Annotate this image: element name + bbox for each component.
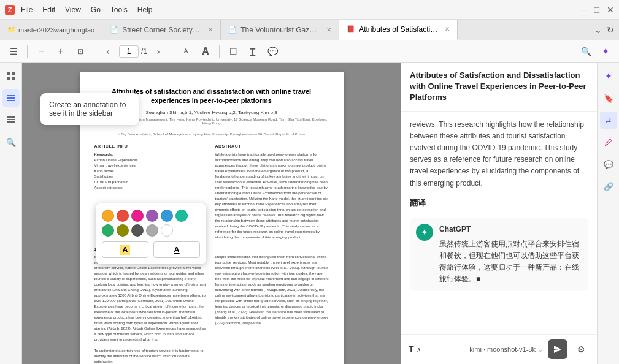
text-underline-opt[interactable]: A	[153, 241, 200, 258]
color-swatch-white[interactable]	[161, 224, 173, 237]
color-swatch-orange[interactable]	[102, 210, 114, 222]
menu-view[interactable]: View	[65, 6, 81, 14]
chatgpt-text: ChatGPT 虽然传统上游客使用点对点平台来安排住宿和餐饮，但现在他们也可以借…	[439, 224, 582, 285]
color-swatch-red[interactable]	[117, 210, 129, 222]
intro-text-left: In April 2020, Airbnb launched a new ser…	[94, 254, 208, 364]
pdf-right-col: ABSTRACT While tourists have traditional…	[215, 143, 329, 241]
list-view-btn[interactable]	[2, 112, 20, 129]
tab-list-button[interactable]: ⌄	[594, 25, 602, 35]
tabbar-controls: ⌄ ↻	[590, 20, 619, 40]
svg-rect-10	[7, 124, 15, 124]
intro-left-col: In April 2020, Airbnb launched a new ser…	[94, 254, 208, 364]
doc-area[interactable]: Create an annotation to see it in the si…	[22, 63, 401, 364]
tab-voluntourist[interactable]: 📄 The Voluntourist Gaze: Fra… ✕	[221, 20, 339, 40]
highlight-tool-btn[interactable]: 🖊	[600, 134, 617, 151]
comment-panel-btn[interactable]: 💬	[600, 156, 617, 173]
zoom-in-btn[interactable]: +	[52, 43, 69, 60]
nav-prev-btn[interactable]: ‹	[99, 43, 117, 60]
svg-rect-5	[7, 97, 15, 99]
color-swatch-purple[interactable]	[146, 210, 158, 222]
model-selector[interactable]: kimi · moonshot-v1-8k ⌄	[469, 346, 543, 354]
page-input[interactable]	[119, 45, 139, 58]
search-btn[interactable]: 🔍	[577, 43, 594, 60]
app-icon: Z	[5, 5, 15, 15]
send-button[interactable]	[548, 339, 567, 359]
translate-btn[interactable]: ⇄	[600, 112, 617, 129]
thumbnail-view-btn[interactable]	[2, 67, 20, 85]
color-options: A A	[102, 241, 200, 258]
color-row	[102, 210, 200, 237]
tab-close-2[interactable]: ✕	[326, 26, 331, 33]
minimize-button[interactable]: ─	[581, 5, 587, 15]
bookmark-btn[interactable]: 🔖	[600, 89, 617, 107]
color-picker-popup: A A	[96, 203, 206, 264]
restore-button[interactable]: □	[594, 5, 599, 15]
text-mode-button[interactable]: T ∧	[409, 344, 421, 354]
chatgpt-icon: ✦	[416, 224, 433, 241]
color-swatch-green[interactable]	[102, 224, 114, 237]
pdf-icon-3: 📕	[347, 25, 355, 33]
svg-rect-2	[7, 77, 10, 80]
right-panel-body: reviews. This research highlights how th…	[401, 112, 597, 334]
tab-label-1: Street Corner Society: The…	[122, 26, 202, 34]
translate-section: 翻译 ✦ ChatGPT 虽然传统上游客使用点对点平台来安排住宿和餐饮，但现在他…	[410, 197, 588, 292]
link-tool-btn[interactable]: 🔗	[600, 178, 617, 195]
text-icon: T	[409, 344, 414, 354]
chatgpt-label: ChatGPT	[439, 224, 582, 235]
text-highlight-opt[interactable]: A	[102, 241, 148, 258]
tab-close-3[interactable]: ✕	[445, 26, 450, 32]
color-swatch-dark[interactable]	[131, 224, 144, 237]
svg-rect-0	[7, 72, 10, 75]
article-info-header: ARTICLE INFO	[94, 143, 208, 150]
folder-tab[interactable]: 📁 master2023wanghongtao	[0, 20, 102, 40]
right-panel-footer: T ∧ kimi · moonshot-v1-8k ⌄ ⚙	[401, 334, 597, 364]
menu-file[interactable]: File	[21, 6, 33, 14]
tab-street-corner[interactable]: 📄 Street Corner Society: The… ✕	[102, 20, 221, 40]
close-button[interactable]: ✕	[607, 5, 614, 15]
text-highlight-icon: A	[120, 245, 129, 255]
zoom-out-btn[interactable]: −	[33, 43, 50, 60]
footer-settings-button[interactable]: ⚙	[572, 341, 590, 358]
outline-view-btn[interactable]	[2, 89, 20, 107]
refresh-button[interactable]: ↻	[607, 25, 614, 35]
titlebar-left: Z File Edit View Go Tools Help	[5, 5, 153, 15]
underline-btn[interactable]: T	[244, 43, 261, 60]
page-total: /1	[141, 47, 147, 56]
svg-rect-4	[7, 95, 15, 96]
keyword-6: Aspect extraction	[94, 186, 123, 189]
tab-attributes[interactable]: 📕 Attributes of Satisfaction a… ✕	[339, 20, 458, 40]
comment-btn[interactable]: 💬	[264, 43, 281, 60]
model-name: kimi · moonshot-v1-8k	[469, 346, 536, 353]
color-swatch-teal[interactable]	[175, 210, 188, 222]
color-swatch-gray[interactable]	[146, 224, 158, 237]
menu-edit[interactable]: Edit	[42, 6, 55, 14]
main-area: 🔍 Create an annotation to see it in the …	[0, 63, 619, 364]
toolbar: ☰ − + ⊡ ‹ /1 › A A ☐ T 💬 🔍 ✦	[0, 40, 619, 63]
color-swatch-pink[interactable]	[131, 210, 144, 222]
search-doc-btn[interactable]: 🔍	[2, 134, 20, 151]
tab-close-1[interactable]: ✕	[208, 26, 213, 33]
sidebar-toggle-btn[interactable]: ☰	[5, 43, 22, 60]
ai-panel-btn[interactable]: ✦	[600, 67, 617, 85]
pdf-keywords: Keywords: Airbnb Online Experiences Virt…	[94, 152, 208, 191]
keyword-3: Kano model	[94, 169, 114, 173]
text-size-small-btn[interactable]: A	[177, 43, 194, 60]
sep-1	[27, 45, 28, 58]
ai-btn[interactable]: ✦	[597, 43, 614, 60]
abstract-text: While tourists have traditionally used p…	[215, 152, 329, 240]
model-caret-icon: ⌄	[537, 346, 543, 353]
menu-go[interactable]: Go	[91, 6, 101, 14]
chatgpt-icon-glyph: ✦	[421, 226, 428, 239]
translate-label: 翻译	[410, 197, 588, 210]
keywords-label: Keywords:	[94, 153, 113, 156]
nav-next-btn[interactable]: ›	[150, 43, 167, 60]
highlight-btn[interactable]: ☐	[225, 43, 242, 60]
folder-icon: 📁	[7, 26, 16, 34]
color-swatch-blue[interactable]	[161, 210, 173, 222]
text-size-large-btn[interactable]: A	[197, 43, 214, 60]
right-panel-body-text: reviews. This research highlights how th…	[410, 119, 588, 189]
menu-help[interactable]: Help	[137, 6, 153, 14]
fit-btn[interactable]: ⊡	[72, 43, 89, 60]
menu-tools[interactable]: Tools	[110, 6, 128, 14]
color-swatch-olive[interactable]	[117, 224, 129, 237]
